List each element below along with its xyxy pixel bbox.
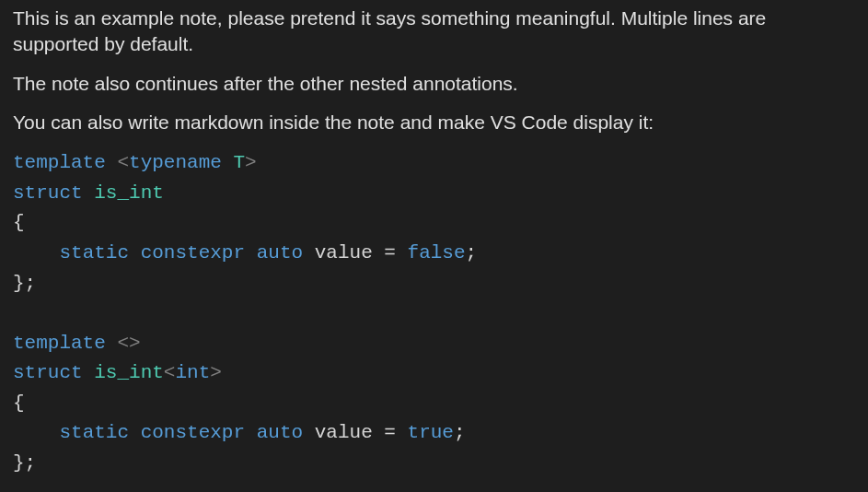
type-is-int-2: is_int xyxy=(94,362,164,383)
kw-auto-2: auto xyxy=(257,422,303,443)
note-paragraph-2: The note also continues after the other … xyxy=(13,71,855,97)
code-block: template <typename T> struct is_int { st… xyxy=(13,148,855,478)
op-eq-2: = xyxy=(384,422,396,443)
kw-int: int xyxy=(175,362,210,383)
indent xyxy=(13,242,59,264)
kw-constexpr: constexpr xyxy=(141,242,245,264)
kw-false: false xyxy=(408,242,466,264)
kw-struct: struct xyxy=(13,182,83,204)
ident-value: value xyxy=(315,242,373,264)
kw-template-2: template xyxy=(13,333,106,354)
angle-close-2: > xyxy=(210,362,222,383)
semicolon-2: ; xyxy=(454,422,466,443)
note-paragraph-1: This is an example note, please pretend … xyxy=(13,6,855,58)
kw-static: static xyxy=(59,242,129,264)
kw-template: template xyxy=(13,152,106,173)
ident-value-2: value xyxy=(315,422,373,443)
type-is-int: is_int xyxy=(94,182,164,204)
brace-close-2: }; xyxy=(13,452,36,474)
note-paragraph-3: You can also write markdown inside the n… xyxy=(13,110,855,135)
indent-2 xyxy=(13,422,59,443)
kw-typename: typename xyxy=(129,152,222,173)
kw-auto: auto xyxy=(257,242,303,264)
type-T: T xyxy=(233,152,245,173)
semicolon: ; xyxy=(466,242,478,264)
note-hover: This is an example note, please pretend … xyxy=(0,0,868,491)
brace-open: { xyxy=(13,212,25,233)
kw-static-2: static xyxy=(59,422,129,443)
brace-close: }; xyxy=(13,273,36,294)
kw-true: true xyxy=(408,422,454,443)
op-eq: = xyxy=(384,242,396,264)
brace-open-2: { xyxy=(13,392,25,414)
kw-constexpr-2: constexpr xyxy=(141,422,245,443)
angle-close: > xyxy=(245,152,257,173)
empty-angles: <> xyxy=(117,333,140,354)
kw-struct-2: struct xyxy=(13,362,83,383)
angle-open-2: < xyxy=(164,362,176,383)
angle-open: < xyxy=(117,152,129,173)
